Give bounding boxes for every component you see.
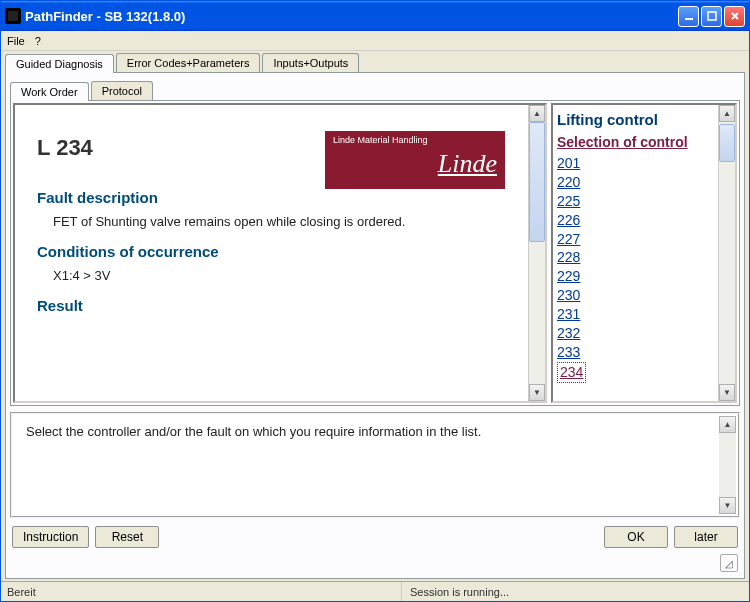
resize-grip-icon[interactable]: ◿ [720,554,738,572]
lifting-control-heading: Lifting control [557,111,714,128]
code-link-selected[interactable]: 234 [557,362,586,383]
conditions-heading: Conditions of occurrence [37,243,512,260]
main-tabs: Guided Diagnosis Error Codes+Parameters … [5,53,745,72]
menu-file[interactable]: File [7,35,25,47]
svg-rect-2 [708,12,716,20]
scroll-track[interactable] [719,122,735,384]
svg-rect-0 [8,11,18,21]
titlebar: PathFinder - SB 132(1.8.0) [1,1,749,31]
maximize-button[interactable] [701,6,722,27]
instruction-button[interactable]: Instruction [12,526,89,548]
left-pane-scrollbar[interactable]: ▲ ▼ [528,105,545,401]
close-button[interactable] [724,6,745,27]
fault-description-text: FET of Shunting valve remains open while… [53,214,512,229]
code-link[interactable]: 228 [557,248,714,267]
code-link[interactable]: 225 [557,192,714,211]
brand-logo-small: Linde Material Handling [333,135,497,145]
reset-button[interactable]: Reset [95,526,159,548]
instruction-text: Select the controller and/or the fault o… [26,424,481,439]
tab-work-order[interactable]: Work Order [10,82,89,101]
menu-help[interactable]: ? [35,35,41,47]
code-list-pane: Lifting control Selection of control 201… [551,103,737,403]
status-right: Session is running... [402,586,509,598]
code-link[interactable]: 229 [557,267,714,286]
tab-content: Work Order Protocol L 234 Fault descript… [5,72,745,579]
code-link[interactable]: 233 [557,343,714,362]
fault-description-heading: Fault description [37,189,512,206]
conditions-text: X1:4 > 3V [53,268,512,283]
scroll-down-icon[interactable]: ▼ [719,384,735,401]
brand-logo-big: Linde [333,149,497,179]
window-controls [678,6,745,27]
code-link[interactable]: 231 [557,305,714,324]
code-list-content: Lifting control Selection of control 201… [553,105,718,401]
code-link[interactable]: 232 [557,324,714,343]
later-button[interactable]: later [674,526,738,548]
app-icon [5,8,21,24]
scroll-up-icon[interactable]: ▲ [529,105,545,122]
scroll-thumb[interactable] [719,124,735,162]
panels: L 234 Fault description FET of Shunting … [10,100,740,406]
menubar: File ? [1,31,749,51]
tab-guided-diagnosis[interactable]: Guided Diagnosis [5,54,114,73]
scroll-down-icon[interactable]: ▼ [719,497,736,514]
result-heading: Result [37,297,512,314]
selection-of-control-link[interactable]: Selection of control [557,134,714,150]
sub-tabs: Work Order Protocol [10,81,740,100]
tab-inputs-outputs[interactable]: Inputs+Outputs [262,53,359,72]
code-link[interactable]: 220 [557,173,714,192]
scroll-track[interactable] [719,433,736,497]
app-window: PathFinder - SB 132(1.8.0) File ? Guided… [0,0,750,602]
instruction-panel: Select the controller and/or the fault o… [10,412,740,518]
code-link[interactable]: 226 [557,211,714,230]
client-area: Guided Diagnosis Error Codes+Parameters … [1,51,749,581]
fault-detail-pane: L 234 Fault description FET of Shunting … [13,103,547,403]
brand-logo: Linde Material Handling Linde [325,131,505,189]
button-row: Instruction Reset OK later [10,522,740,552]
scroll-down-icon[interactable]: ▼ [529,384,545,401]
scroll-thumb[interactable] [529,122,545,242]
code-link[interactable]: 227 [557,230,714,249]
tab-error-codes[interactable]: Error Codes+Parameters [116,53,261,72]
scroll-track[interactable] [529,122,545,384]
tab-protocol[interactable]: Protocol [91,81,153,100]
status-left: Bereit [7,582,402,601]
scroll-up-icon[interactable]: ▲ [719,105,735,122]
minimize-button[interactable] [678,6,699,27]
statusbar: Bereit Session is running... [1,581,749,601]
code-link[interactable]: 230 [557,286,714,305]
code-link[interactable]: 201 [557,154,714,173]
instruction-scrollbar[interactable]: ▲ ▼ [719,416,736,514]
right-pane-scrollbar[interactable]: ▲ ▼ [718,105,735,401]
svg-rect-1 [685,18,693,20]
scroll-up-icon[interactable]: ▲ [719,416,736,433]
window-title: PathFinder - SB 132(1.8.0) [25,9,678,24]
ok-button[interactable]: OK [604,526,668,548]
